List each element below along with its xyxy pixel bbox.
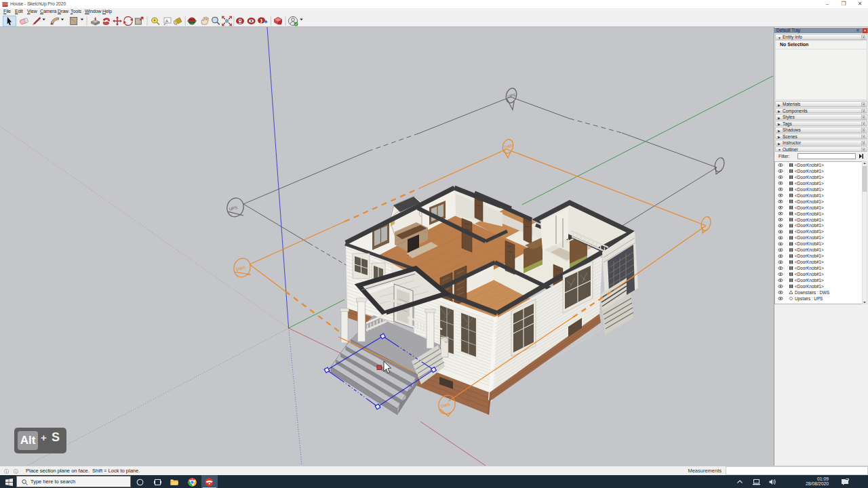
- svg-text:<DoorKnob#1>: <DoorKnob#1>: [795, 278, 824, 283]
- svg-text:<DoorKnob#1>: <DoorKnob#1>: [795, 247, 824, 252]
- svg-text:<DoorKnob#1>: <DoorKnob#1>: [795, 211, 824, 216]
- svg-text:<DoorKnob#1>: <DoorKnob#1>: [795, 205, 824, 210]
- svg-text:<DoorKnob#1>: <DoorKnob#1>: [795, 181, 824, 186]
- svg-text:A: A: [165, 19, 168, 23]
- svg-text:<DoorKnob#1>: <DoorKnob#1>: [795, 175, 824, 180]
- svg-text:Upstairs : UPS: Upstairs : UPS: [795, 296, 823, 302]
- svg-text:<DoorKnob#1>: <DoorKnob#1>: [795, 272, 824, 277]
- svg-text:<DoorKnob#1>: <DoorKnob#1>: [795, 193, 824, 198]
- svg-text:<DoorKnob#1>: <DoorKnob#1>: [795, 169, 824, 174]
- svg-text:<DoorKnob#1>: <DoorKnob#1>: [795, 260, 824, 264]
- svg-text:<DoorKnob#1>: <DoorKnob#1>: [795, 223, 824, 228]
- svg-text:<DoorKnob#1>: <DoorKnob#1>: [795, 266, 824, 270]
- svg-text:<DoorKnob#1>: <DoorKnob#1>: [795, 284, 824, 289]
- svg-text:<DoorKnob#1>: <DoorKnob#1>: [795, 218, 824, 222]
- svg-text:<DoorKnob#1>: <DoorKnob#1>: [795, 229, 824, 234]
- svg-text:Downstairs : DWS: Downstairs : DWS: [795, 290, 829, 295]
- svg-text:<DoorKnob#1>: <DoorKnob#1>: [795, 235, 824, 240]
- svg-text:<DoorKnob#1>: <DoorKnob#1>: [795, 187, 824, 192]
- svg-text:<DoorKnob#1>: <DoorKnob#1>: [795, 241, 824, 246]
- svg-text:<DoorKnob#1>: <DoorKnob#1>: [795, 163, 824, 167]
- svg-text:<DoorKnob#1>: <DoorKnob#1>: [795, 199, 824, 204]
- svg-text:<DoorKnob#1>: <DoorKnob#1>: [795, 253, 824, 258]
